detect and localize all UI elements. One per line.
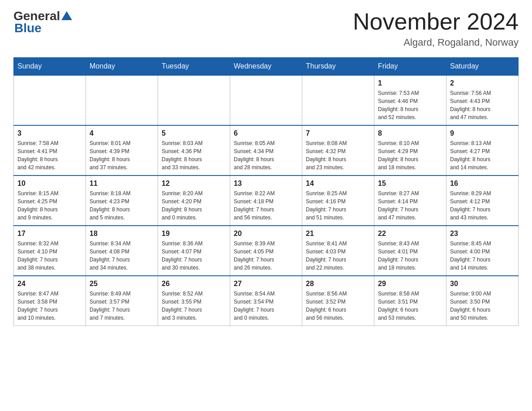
- day-info: Sunrise: 8:47 AMSunset: 3:58 PMDaylight:…: [17, 290, 82, 322]
- day-info: Sunrise: 8:15 AMSunset: 4:25 PMDaylight:…: [17, 189, 82, 222]
- calendar-day-cell: 21Sunrise: 8:41 AMSunset: 4:03 PMDayligh…: [302, 226, 374, 276]
- day-number: 30: [450, 280, 515, 288]
- calendar-day-cell: 2Sunrise: 7:56 AMSunset: 4:43 PMDaylight…: [446, 75, 519, 125]
- calendar-day-cell: 26Sunrise: 8:52 AMSunset: 3:55 PMDayligh…: [158, 276, 230, 326]
- calendar-week-row: 24Sunrise: 8:47 AMSunset: 3:58 PMDayligh…: [14, 276, 519, 326]
- day-number: 14: [306, 180, 370, 188]
- day-info: Sunrise: 8:54 AMSunset: 3:54 PMDaylight:…: [234, 290, 298, 322]
- day-info: Sunrise: 9:00 AMSunset: 3:50 PMDaylight:…: [450, 290, 515, 322]
- calendar-day-cell: [302, 75, 374, 125]
- calendar-table: SundayMondayTuesdayWednesdayThursdayFrid…: [13, 57, 519, 326]
- calendar-day-cell: 8Sunrise: 8:10 AMSunset: 4:29 PMDaylight…: [374, 125, 446, 176]
- calendar-day-cell: 9Sunrise: 8:13 AMSunset: 4:27 PMDaylight…: [446, 125, 519, 176]
- calendar-day-cell: 13Sunrise: 8:22 AMSunset: 4:18 PMDayligh…: [230, 176, 302, 226]
- day-info: Sunrise: 8:41 AMSunset: 4:03 PMDaylight:…: [306, 240, 370, 272]
- day-of-week-header: Thursday: [302, 58, 374, 76]
- day-number: 29: [378, 280, 442, 288]
- calendar-header-row: SundayMondayTuesdayWednesdayThursdayFrid…: [14, 58, 519, 76]
- day-info: Sunrise: 8:29 AMSunset: 4:12 PMDaylight:…: [450, 189, 515, 222]
- calendar-day-cell: 24Sunrise: 8:47 AMSunset: 3:58 PMDayligh…: [14, 276, 86, 326]
- day-info: Sunrise: 8:32 AMSunset: 4:10 PMDaylight:…: [17, 240, 82, 272]
- day-number: 7: [306, 129, 370, 137]
- calendar-day-cell: 7Sunrise: 8:08 AMSunset: 4:32 PMDaylight…: [302, 125, 374, 176]
- day-number: 3: [17, 129, 82, 137]
- title-section: November 2024 Algard, Rogaland, Norway: [353, 9, 519, 48]
- day-info: Sunrise: 8:08 AMSunset: 4:32 PMDaylight:…: [306, 139, 370, 171]
- calendar-day-cell: 22Sunrise: 8:43 AMSunset: 4:01 PMDayligh…: [374, 226, 446, 276]
- day-info: Sunrise: 8:03 AMSunset: 4:36 PMDaylight:…: [162, 139, 226, 171]
- day-number: 25: [90, 280, 154, 288]
- day-number: 16: [450, 180, 515, 188]
- day-of-week-header: Sunday: [14, 58, 86, 76]
- day-number: 21: [306, 230, 370, 238]
- day-number: 1: [378, 79, 442, 87]
- day-number: 19: [162, 230, 226, 238]
- day-info: Sunrise: 8:05 AMSunset: 4:34 PMDaylight:…: [234, 139, 298, 171]
- day-info: Sunrise: 8:34 AMSunset: 4:08 PMDaylight:…: [90, 240, 154, 272]
- day-info: Sunrise: 8:52 AMSunset: 3:55 PMDaylight:…: [162, 290, 226, 322]
- day-info: Sunrise: 8:01 AMSunset: 4:39 PMDaylight:…: [90, 139, 154, 171]
- day-info: Sunrise: 8:36 AMSunset: 4:07 PMDaylight:…: [162, 240, 226, 272]
- calendar-day-cell: 1Sunrise: 7:53 AMSunset: 4:46 PMDaylight…: [374, 75, 446, 125]
- calendar-day-cell: 17Sunrise: 8:32 AMSunset: 4:10 PMDayligh…: [14, 226, 86, 276]
- calendar-day-cell: 11Sunrise: 8:18 AMSunset: 4:23 PMDayligh…: [86, 176, 158, 226]
- logo-triangle-icon: [61, 11, 72, 20]
- calendar-day-cell: 14Sunrise: 8:25 AMSunset: 4:16 PMDayligh…: [302, 176, 374, 226]
- page-header: General Blue November 2024 Algard, Rogal…: [13, 9, 519, 48]
- day-number: 4: [90, 129, 154, 137]
- day-info: Sunrise: 8:22 AMSunset: 4:18 PMDaylight:…: [234, 189, 298, 222]
- day-of-week-header: Wednesday: [230, 58, 302, 76]
- calendar-day-cell: 29Sunrise: 8:58 AMSunset: 3:51 PMDayligh…: [374, 276, 446, 326]
- day-info: Sunrise: 7:58 AMSunset: 4:41 PMDaylight:…: [17, 139, 82, 171]
- calendar-day-cell: 20Sunrise: 8:39 AMSunset: 4:05 PMDayligh…: [230, 226, 302, 276]
- logo-blue-text: Blue: [14, 21, 42, 35]
- day-of-week-header: Monday: [86, 58, 158, 76]
- day-info: Sunrise: 8:18 AMSunset: 4:23 PMDaylight:…: [90, 189, 154, 222]
- day-number: 13: [234, 180, 298, 188]
- day-info: Sunrise: 8:39 AMSunset: 4:05 PMDaylight:…: [234, 240, 298, 272]
- calendar-day-cell: 30Sunrise: 9:00 AMSunset: 3:50 PMDayligh…: [446, 276, 519, 326]
- day-number: 17: [17, 230, 82, 238]
- day-info: Sunrise: 8:13 AMSunset: 4:27 PMDaylight:…: [450, 139, 515, 171]
- day-number: 15: [378, 180, 442, 188]
- calendar-day-cell: [14, 75, 86, 125]
- day-info: Sunrise: 8:10 AMSunset: 4:29 PMDaylight:…: [378, 139, 442, 171]
- calendar-day-cell: 25Sunrise: 8:49 AMSunset: 3:57 PMDayligh…: [86, 276, 158, 326]
- day-number: 6: [234, 129, 298, 137]
- calendar-week-row: 10Sunrise: 8:15 AMSunset: 4:25 PMDayligh…: [14, 176, 519, 226]
- month-title: November 2024: [353, 9, 519, 34]
- day-info: Sunrise: 7:56 AMSunset: 4:43 PMDaylight:…: [450, 89, 515, 121]
- calendar-week-row: 1Sunrise: 7:53 AMSunset: 4:46 PMDaylight…: [14, 75, 519, 125]
- calendar-day-cell: 6Sunrise: 8:05 AMSunset: 4:34 PMDaylight…: [230, 125, 302, 176]
- day-number: 5: [162, 129, 226, 137]
- calendar-day-cell: 27Sunrise: 8:54 AMSunset: 3:54 PMDayligh…: [230, 276, 302, 326]
- day-info: Sunrise: 8:25 AMSunset: 4:16 PMDaylight:…: [306, 189, 370, 222]
- day-number: 26: [162, 280, 226, 288]
- day-number: 18: [90, 230, 154, 238]
- day-info: Sunrise: 8:45 AMSunset: 4:00 PMDaylight:…: [450, 240, 515, 272]
- day-number: 11: [90, 180, 154, 188]
- day-number: 28: [306, 280, 370, 288]
- calendar-day-cell: 3Sunrise: 7:58 AMSunset: 4:41 PMDaylight…: [14, 125, 86, 176]
- day-info: Sunrise: 8:20 AMSunset: 4:20 PMDaylight:…: [162, 189, 226, 222]
- calendar-day-cell: 19Sunrise: 8:36 AMSunset: 4:07 PMDayligh…: [158, 226, 230, 276]
- calendar-day-cell: 16Sunrise: 8:29 AMSunset: 4:12 PMDayligh…: [446, 176, 519, 226]
- day-of-week-header: Saturday: [446, 58, 519, 76]
- calendar-day-cell: [158, 75, 230, 125]
- calendar-day-cell: 15Sunrise: 8:27 AMSunset: 4:14 PMDayligh…: [374, 176, 446, 226]
- day-number: 20: [234, 230, 298, 238]
- day-number: 22: [378, 230, 442, 238]
- day-number: 24: [17, 280, 82, 288]
- calendar-day-cell: 12Sunrise: 8:20 AMSunset: 4:20 PMDayligh…: [158, 176, 230, 226]
- location-title: Algard, Rogaland, Norway: [353, 37, 519, 48]
- calendar-day-cell: [86, 75, 158, 125]
- day-info: Sunrise: 8:27 AMSunset: 4:14 PMDaylight:…: [378, 189, 442, 222]
- calendar-week-row: 17Sunrise: 8:32 AMSunset: 4:10 PMDayligh…: [14, 226, 519, 276]
- day-number: 8: [378, 129, 442, 137]
- calendar-week-row: 3Sunrise: 7:58 AMSunset: 4:41 PMDaylight…: [14, 125, 519, 176]
- calendar-day-cell: 18Sunrise: 8:34 AMSunset: 4:08 PMDayligh…: [86, 226, 158, 276]
- day-info: Sunrise: 8:43 AMSunset: 4:01 PMDaylight:…: [378, 240, 442, 272]
- day-of-week-header: Tuesday: [158, 58, 230, 76]
- day-of-week-header: Friday: [374, 58, 446, 76]
- day-info: Sunrise: 8:56 AMSunset: 3:52 PMDaylight:…: [306, 290, 370, 322]
